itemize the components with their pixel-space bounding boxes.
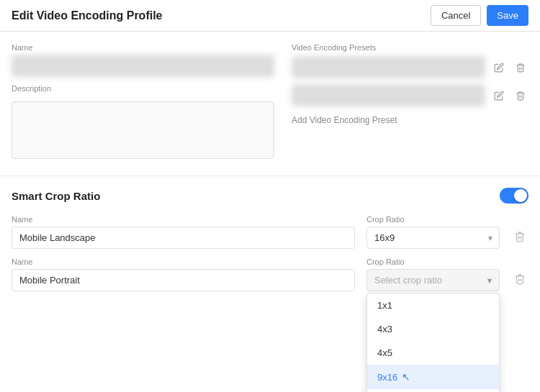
save-button[interactable]: Save: [487, 5, 528, 26]
crop-ratio-dropdown: 1x1 4x3 4x5 9x16 ↖ 16x9: [366, 293, 500, 392]
crop-name-field-2: Name: [12, 257, 355, 291]
encoding-preset-label: Video Encoding Presets: [292, 43, 528, 52]
crop-ratio-field-2: Crop Ratio Select crop ratio ▾ 1x1 4x3 4…: [366, 257, 500, 291]
preset-input-2[interactable]: [292, 84, 485, 106]
crop-ratio-select-wrapper-1: 16x9 1x1 4x3 4x5 9x16: [366, 227, 500, 249]
preset-row-1: [292, 56, 528, 78]
cancel-button[interactable]: Cancel: [431, 5, 481, 26]
left-panel: Name Description: [12, 43, 274, 161]
delete-crop-row-1-button[interactable]: [511, 228, 528, 245]
add-preset-button[interactable]: Add Video Encoding Preset: [292, 112, 397, 128]
preset-row-2: [292, 84, 528, 106]
toggle-knob: [514, 189, 527, 202]
crop-name-input-1[interactable]: [12, 227, 355, 249]
smart-crop-header: Smart Crop Ratio: [12, 188, 528, 204]
cursor-icon: ↖: [402, 371, 410, 383]
pencil-icon-2: [494, 91, 504, 101]
smart-crop-toggle[interactable]: [500, 188, 528, 204]
dropdown-option-1x1[interactable]: 1x1: [367, 293, 499, 317]
chevron-down-icon: ▾: [487, 275, 492, 286]
page-title: Edit Video Encoding Profile: [12, 9, 163, 22]
trash-icon: [516, 63, 526, 73]
crop-ratio-label-2: Crop Ratio: [366, 257, 500, 266]
crop-row-1: Name Crop Ratio 16x9 1x1 4x3 4x5 9x16: [12, 215, 528, 249]
delete-preset-1-button[interactable]: [513, 60, 528, 76]
select-placeholder: Select crop ratio: [374, 275, 442, 286]
dropdown-option-16x9[interactable]: 16x9: [367, 389, 499, 392]
crop-name-input-2[interactable]: [12, 269, 355, 291]
header-actions: Cancel Save: [431, 5, 528, 26]
name-input[interactable]: [12, 55, 274, 77]
preset-input-1[interactable]: [292, 56, 485, 78]
name-label: Name: [12, 43, 274, 52]
delete-crop-row-2-button[interactable]: [511, 270, 528, 288]
crop-name-label-1: Name: [12, 215, 355, 224]
description-label: Description: [12, 84, 274, 93]
trash-icon-crop-1: [514, 231, 526, 242]
smart-crop-title: Smart Crop Ratio: [12, 190, 100, 202]
smart-crop-section: Smart Crop Ratio Name Crop Ratio 16x9 1x…: [0, 176, 540, 311]
dropdown-option-9x16[interactable]: 9x16 ↖: [367, 365, 499, 389]
name-field: Name: [12, 43, 274, 77]
description-field: Description: [12, 84, 274, 161]
pencil-icon: [494, 63, 504, 73]
trash-icon-crop-2: [514, 273, 526, 285]
edit-preset-2-button[interactable]: [491, 88, 507, 104]
top-content: Name Description Video Encoding Presets: [0, 32, 540, 173]
crop-ratio-select-wrapper-2[interactable]: Select crop ratio ▾: [366, 269, 500, 291]
option-label-9x16: 9x16: [377, 372, 397, 383]
crop-name-label-2: Name: [12, 257, 355, 266]
crop-ratio-field-1: Crop Ratio 16x9 1x1 4x3 4x5 9x16: [366, 215, 500, 249]
dropdown-option-4x3[interactable]: 4x3: [367, 317, 499, 341]
right-panel: Video Encoding Presets Add Video Encodin…: [292, 43, 528, 161]
crop-ratio-select-1[interactable]: 16x9 1x1 4x3 4x5 9x16: [366, 227, 500, 249]
edit-preset-1-button[interactable]: [491, 60, 507, 76]
dropdown-option-4x5[interactable]: 4x5: [367, 341, 499, 365]
delete-preset-2-button[interactable]: [513, 88, 528, 104]
description-input[interactable]: [12, 101, 274, 159]
crop-ratio-label-1: Crop Ratio: [366, 215, 500, 224]
crop-name-field-1: Name: [12, 215, 355, 249]
page-header: Edit Video Encoding Profile Cancel Save: [0, 0, 540, 32]
trash-icon-2: [516, 91, 526, 101]
crop-row-2: Name Crop Ratio Select crop ratio ▾ 1x1 …: [12, 257, 528, 291]
